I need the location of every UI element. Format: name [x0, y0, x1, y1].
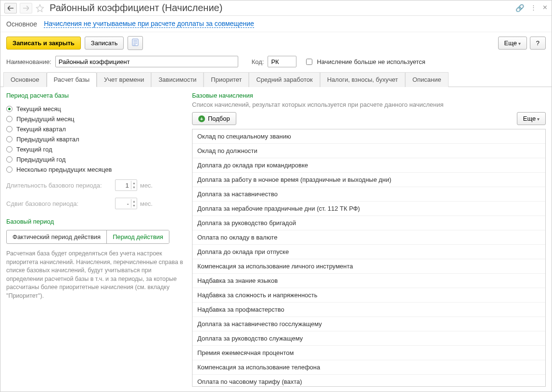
radio-icon — [6, 156, 13, 163]
length-suffix: мес. — [140, 182, 153, 189]
list-item[interactable]: Оплата по окладу в валюте — [193, 230, 545, 245]
list-item[interactable]: Оплата по часовому тарифу (вахта) — [193, 375, 545, 386]
list-item[interactable]: Надбавка за знание языков — [193, 274, 545, 288]
length-row: Длительность базового периода: ▲▼ мес. — [6, 177, 184, 193]
tab-4[interactable]: Приоритет — [204, 72, 249, 87]
base-period-toggle: Фактический период действия Период дейст… — [6, 230, 169, 244]
shift-input — [116, 199, 131, 208]
accruals-list-wrap: Оклад по специальному званиюОклад по дол… — [192, 129, 546, 387]
radio-row-6[interactable]: Несколько предыдущих месяцев — [6, 164, 184, 175]
list-item[interactable]: Доплата за руководство служащему — [193, 331, 545, 346]
plus-icon: + — [198, 115, 205, 122]
top-link-main[interactable]: Основное — [6, 20, 37, 28]
pick-button-label: Подбор — [208, 115, 230, 122]
list-item[interactable]: Компенсация за использование телефона — [193, 360, 545, 375]
name-label: Наименование: — [6, 58, 51, 65]
header-form-row: Наименование: Код: Начисление больше не … — [0, 54, 552, 72]
tab-0[interactable]: Основное — [3, 72, 47, 87]
list-item[interactable]: Доплата до оклада при командировке — [193, 158, 545, 173]
list-item[interactable]: Доплата за работу в ночное время (праздн… — [193, 173, 545, 187]
tab-3[interactable]: Зависимости — [151, 72, 204, 87]
list-more-button[interactable]: Еще — [517, 112, 546, 125]
radio-label: Текущий год — [16, 146, 52, 153]
list-item[interactable]: Доплата за наставничество госслужащему — [193, 317, 545, 331]
list-item[interactable]: Компенсация за использование личного инс… — [193, 259, 545, 274]
report-button[interactable] — [128, 36, 143, 50]
kebab-menu-icon[interactable]: ⋮ — [530, 4, 537, 13]
radio-row-4[interactable]: Текущий год — [6, 144, 184, 154]
base-period-header: Базовый период — [6, 218, 184, 225]
radio-label: Текущий месяц — [16, 105, 61, 113]
nav-forward-button[interactable] — [20, 3, 32, 13]
nav-back-button[interactable] — [4, 3, 17, 13]
tab-6[interactable]: Налоги, взносы, бухучет — [320, 72, 405, 87]
pick-button[interactable]: + Подбор — [192, 112, 236, 125]
radio-label: Несколько предыдущих месяцев — [16, 166, 112, 173]
link-icon[interactable]: 🔗 — [515, 4, 525, 13]
top-links: Основное Начисления не учитываемые при р… — [0, 16, 552, 32]
list-item[interactable]: Надбавка за сложность и напряженность — [193, 288, 545, 303]
more-button[interactable]: Еще — [498, 37, 527, 50]
close-window-icon[interactable]: ✕ — [542, 4, 548, 13]
radio-row-0[interactable]: Текущий месяц — [6, 104, 184, 114]
radio-label: Предыдущий месяц — [16, 115, 75, 123]
list-item[interactable]: Доплата до оклада при отпуске — [193, 245, 545, 259]
length-spinner[interactable]: ▲▼ — [115, 179, 137, 191]
code-input[interactable] — [268, 56, 296, 67]
shift-spinner[interactable]: ▲▼ — [115, 198, 137, 209]
length-input — [116, 180, 131, 190]
name-input[interactable] — [55, 56, 238, 67]
toolbar: Записать и закрыть Записать Еще ? — [0, 32, 552, 54]
list-item[interactable]: Доплата за наставничество — [193, 187, 545, 202]
base-accruals-header: Базовые начисления — [192, 92, 546, 99]
length-label: Длительность базового периода: — [6, 182, 112, 189]
save-button[interactable]: Записать — [85, 37, 124, 50]
window-title: Районный коэффициент (Начисление) — [50, 2, 513, 13]
list-item[interactable]: Оклад по должности — [193, 144, 545, 158]
radio-label: Предыдущий год — [16, 156, 65, 163]
radio-row-1[interactable]: Предыдущий месяц — [6, 114, 184, 124]
radio-row-5[interactable]: Предыдущий год — [6, 154, 184, 164]
radio-label: Текущий квартал — [16, 126, 66, 133]
help-button[interactable]: ? — [530, 37, 546, 50]
tabs: ОсновноеРасчет базыУчет времениЗависимос… — [0, 72, 552, 87]
radio-row-2[interactable]: Текущий квартал — [6, 124, 184, 134]
list-item[interactable]: Премия ежемесячная процентом — [193, 346, 545, 360]
radio-icon — [6, 166, 13, 173]
tab-7[interactable]: Описание — [405, 72, 449, 87]
top-link-excluded[interactable]: Начисления не учитываемые при расчете до… — [44, 20, 254, 28]
inactive-checkbox[interactable] — [306, 59, 312, 65]
seg-action-period[interactable]: Период действия — [106, 230, 169, 243]
document-icon — [132, 38, 139, 46]
accruals-list[interactable]: Оклад по специальному званиюОклад по дол… — [193, 129, 545, 386]
list-item[interactable]: Доплата за нерабочие праздничные дни (ст… — [193, 202, 545, 216]
list-item[interactable]: Доплата за руководство бригадой — [193, 216, 545, 230]
radio-icon — [6, 146, 13, 152]
arrow-left-icon — [8, 6, 13, 11]
radio-label: Предыдущий квартал — [16, 136, 79, 143]
base-accruals-sub: Список начислений, результат которых исп… — [192, 101, 546, 108]
radio-row-3[interactable]: Предыдущий квартал — [6, 134, 184, 144]
radio-icon — [6, 116, 13, 122]
inactive-label: Начисление больше не используется — [317, 58, 425, 65]
tab-2[interactable]: Учет времени — [97, 72, 151, 87]
arrow-right-icon — [23, 6, 29, 11]
radio-icon — [6, 136, 13, 142]
list-item[interactable]: Надбавка за профмастерство — [193, 303, 545, 317]
titlebar: Районный коэффициент (Начисление) 🔗 ⋮ ✕ — [0, 0, 552, 16]
shift-row: Сдвиг базового периода: ▲▼ мес. — [6, 196, 184, 211]
tab-5[interactable]: Средний заработок — [249, 72, 320, 87]
radio-icon — [6, 106, 13, 112]
seg-fact-period[interactable]: Фактический период действия — [7, 230, 106, 243]
code-label: Код: — [252, 58, 264, 65]
priority-hint: Расчетная база будет определяться без уч… — [6, 250, 184, 300]
radio-icon — [6, 126, 13, 132]
list-item[interactable]: Оклад по специальному званию — [193, 129, 545, 144]
save-and-close-button[interactable]: Записать и закрыть — [6, 37, 81, 50]
shift-label: Сдвиг базового периода: — [6, 200, 112, 207]
tab-1[interactable]: Расчет базы — [47, 72, 97, 87]
favorite-star-icon[interactable] — [35, 3, 45, 13]
period-header: Период расчета базы — [6, 92, 184, 99]
shift-suffix: мес. — [140, 200, 153, 207]
